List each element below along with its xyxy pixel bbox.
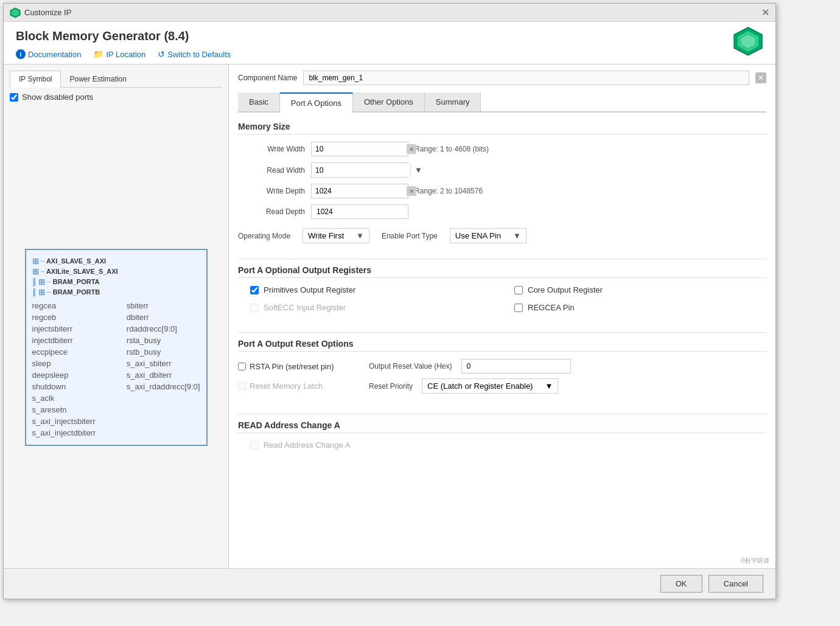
rsta-pin-row: RSTA Pin (set/reset pin) Output Reset Va… bbox=[238, 359, 766, 374]
softecc-input-label: SoftECC Input Register bbox=[264, 303, 346, 312]
read-width-dropdown-arrow[interactable]: ▼ bbox=[410, 163, 426, 177]
operating-mode-select[interactable]: Write First ▼ bbox=[303, 228, 369, 243]
read-depth-input[interactable] bbox=[311, 204, 408, 219]
port-saxi-dbiterr: s_axi_dbiterr bbox=[127, 369, 200, 381]
operating-mode-arrow: ▼ bbox=[356, 231, 364, 240]
write-depth-input[interactable] bbox=[315, 187, 407, 195]
port-regcea: regcea bbox=[32, 300, 96, 311]
app-title: Block Memory Generator (8.4) bbox=[16, 29, 231, 43]
port-injectdbiterr: injectdbiterr bbox=[32, 335, 96, 346]
port-saxi-sbiterr: s_axi_sbiterr bbox=[127, 358, 200, 369]
reset-memory-latch-row: Reset Memory Latch Reset Priority CE (La… bbox=[238, 378, 766, 394]
write-depth-input-container: ✕ bbox=[311, 184, 408, 198]
port-sbiterr: sbiterr bbox=[127, 300, 200, 311]
read-addr-change-row: Read Address Change A bbox=[250, 440, 766, 450]
tab-other-options[interactable]: Other Options bbox=[353, 92, 425, 111]
window-title: Customize IP bbox=[24, 8, 71, 17]
switch-defaults-label: Switch to Defaults bbox=[167, 50, 231, 59]
primitives-output-row: Primitives Output Register bbox=[250, 285, 502, 294]
ip-location-label: IP Location bbox=[106, 50, 145, 59]
ok-button[interactable]: OK bbox=[660, 575, 702, 593]
port-regceb: regceb bbox=[32, 311, 96, 323]
write-width-label: Write Width bbox=[238, 145, 305, 153]
reset-title: Port A Output Reset Options bbox=[238, 339, 766, 352]
port-a-registers-section: Port A Optional Output Registers Primiti… bbox=[238, 265, 766, 317]
ip-symbol-area: ⊞ ─ AXI_SLAVE_S_AXI ⊞ ─ AXILite_SLAVE_S_… bbox=[10, 108, 222, 586]
ip-location-button[interactable]: 📁 IP Location bbox=[93, 49, 145, 59]
port-saxi-injectdbiterr: s_axi_injectdbiterr bbox=[32, 427, 96, 439]
registers-checkboxes: Primitives Output Register Core Output R… bbox=[250, 285, 766, 317]
port-saclk: s_aclk bbox=[32, 392, 96, 404]
read-addr-section: READ Address Change A Read Address Chang… bbox=[238, 420, 766, 454]
left-panel: IP Symbol Power Estimation Show disabled… bbox=[4, 64, 229, 593]
read-depth-label: Read Depth bbox=[238, 207, 305, 216]
write-width-input[interactable] bbox=[315, 145, 407, 153]
port-dbiterr: dbiterr bbox=[127, 311, 200, 323]
reset-priority-label: Reset Priority bbox=[369, 382, 413, 391]
write-depth-range: Range: 2 to 1048576 bbox=[415, 187, 483, 195]
regcea-label: REGCEA Pin bbox=[528, 303, 575, 312]
documentation-button[interactable]: i Documentation bbox=[16, 49, 81, 59]
tab-port-a-options[interactable]: Port A Options bbox=[280, 92, 353, 113]
reset-priority-select[interactable]: CE (Latch or Register Enable) ▼ bbox=[422, 378, 558, 394]
write-width-clear-button[interactable]: ✕ bbox=[407, 144, 416, 154]
ip-port-axilite-slave: ⊞ ─ AXILite_SLAVE_S_AXI bbox=[32, 266, 200, 277]
enable-port-type-label: Enable Port Type bbox=[382, 232, 438, 240]
primitives-output-checkbox[interactable] bbox=[250, 286, 259, 294]
tab-basic[interactable]: Basic bbox=[238, 92, 280, 111]
read-addr-title: READ Address Change A bbox=[238, 420, 766, 433]
ports-left: regcea regceb injectsbiterr injectdbiter… bbox=[32, 300, 96, 439]
tab-ip-symbol[interactable]: IP Symbol bbox=[10, 71, 61, 88]
core-output-label: Core Output Register bbox=[528, 285, 603, 294]
component-name-input[interactable] bbox=[303, 71, 749, 85]
info-icon: i bbox=[16, 49, 26, 59]
write-depth-clear-button[interactable]: ✕ bbox=[407, 186, 416, 196]
ip-port-bram-portb: ║ ⊞ ─ BRAM_PORTB bbox=[32, 287, 200, 297]
folder-icon: 📁 bbox=[93, 49, 103, 59]
component-name-clear-button[interactable]: ✕ bbox=[755, 72, 766, 83]
port-saxi-injectsbiterr: s_axi_injectsbiterr bbox=[32, 416, 96, 427]
memory-size-title: Memory Size bbox=[238, 122, 766, 134]
regcea-row: REGCEA Pin bbox=[514, 303, 766, 312]
port-sleep: sleep bbox=[32, 358, 96, 369]
port-saxi-rdaddrecc: s_axi_rdaddrecc[9:0] bbox=[127, 381, 200, 392]
write-width-row: Write Width ✕ Range: 1 to 4608 (bits) bbox=[238, 142, 766, 156]
tab-summary[interactable]: Summary bbox=[425, 92, 481, 111]
read-addr-change-checkbox bbox=[250, 441, 259, 450]
reset-priority-value: CE (Latch or Register Enable) bbox=[427, 381, 533, 391]
left-tabs: IP Symbol Power Estimation bbox=[10, 71, 222, 88]
write-depth-row: Write Depth ✕ Range: 2 to 1048576 bbox=[238, 184, 766, 198]
read-width-input[interactable] bbox=[312, 164, 410, 177]
regcea-checkbox[interactable] bbox=[514, 304, 523, 312]
port-a-reset-section: Port A Output Reset Options RSTA Pin (se… bbox=[238, 339, 766, 398]
cancel-button[interactable]: Cancel bbox=[709, 575, 763, 593]
read-depth-row: Read Depth bbox=[238, 204, 766, 219]
output-reset-input[interactable] bbox=[461, 359, 571, 374]
enable-port-type-select[interactable]: Use ENA Pin ▼ bbox=[450, 228, 527, 243]
switch-defaults-button[interactable]: ↺ Switch to Defaults bbox=[158, 49, 231, 59]
app-header: Block Memory Generator (8.4) i Documenta… bbox=[4, 22, 775, 64]
read-width-row: Read Width ▼ bbox=[238, 162, 766, 178]
rsta-pin-checkbox[interactable] bbox=[238, 363, 246, 370]
write-depth-label: Write Depth bbox=[238, 187, 305, 195]
show-disabled-label: Show disabled ports bbox=[22, 92, 93, 102]
port-shutdown: shutdown bbox=[32, 381, 96, 392]
reset-memory-latch-container: Reset Memory Latch bbox=[238, 381, 360, 391]
port-rstb-busy: rstb_busy bbox=[127, 346, 200, 358]
vivado-logo bbox=[733, 26, 763, 57]
write-width-input-container: ✕ bbox=[311, 142, 408, 156]
enable-port-type-value: Use ENA Pin bbox=[455, 231, 501, 240]
show-disabled-checkbox[interactable] bbox=[10, 93, 18, 102]
operating-mode-value: Write First bbox=[308, 231, 344, 240]
separator-2 bbox=[238, 332, 766, 333]
footer: OK Cancel bbox=[4, 568, 775, 599]
ip-port-bram-porta: ║ ⊞ ─ BRAM_PORTA bbox=[32, 277, 200, 287]
component-name-row: Component Name ✕ bbox=[238, 71, 766, 85]
ip-block: ⊞ ─ AXI_SLAVE_S_AXI ⊞ ─ AXILite_SLAVE_S_… bbox=[25, 249, 208, 446]
tab-power-estimation[interactable]: Power Estimation bbox=[61, 71, 135, 87]
vivado-icon bbox=[10, 7, 21, 18]
reset-priority-arrow: ▼ bbox=[545, 381, 553, 391]
core-output-checkbox[interactable] bbox=[514, 286, 523, 294]
port-rdaddrecc: rdaddrecc[9:0] bbox=[127, 323, 200, 335]
close-button[interactable]: ✕ bbox=[761, 8, 769, 18]
